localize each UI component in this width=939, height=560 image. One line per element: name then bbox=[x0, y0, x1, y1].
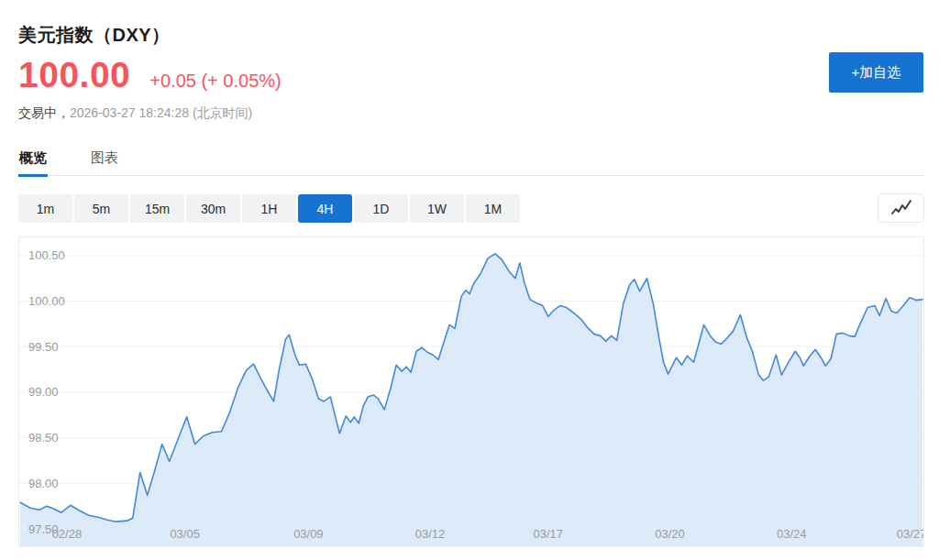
interval-4H-button[interactable]: 4H bbox=[298, 194, 352, 223]
tab-overview[interactable]: 概览 bbox=[18, 147, 48, 175]
svg-text:03/05: 03/05 bbox=[170, 527, 199, 541]
interval-1H-button[interactable]: 1H bbox=[242, 194, 296, 223]
svg-text:03/27: 03/27 bbox=[897, 527, 923, 541]
svg-text:98.00: 98.00 bbox=[28, 477, 58, 490]
line-chart-icon bbox=[889, 198, 914, 218]
quote-timestamp: 2026-03-27 18:24:28 (北京时间) bbox=[70, 105, 252, 120]
current-price: 100.00 bbox=[18, 55, 130, 95]
trading-status-row: 交易中，2026-03-27 18:24:28 (北京时间) bbox=[18, 105, 252, 122]
interval-1m-button[interactable]: 1m bbox=[18, 194, 72, 223]
svg-text:99.50: 99.50 bbox=[28, 340, 58, 354]
svg-text:03/17: 03/17 bbox=[534, 527, 563, 541]
tab-bar: 概览图表 bbox=[18, 147, 924, 176]
price-row: 100.00 +0.05 (+ 0.05%) bbox=[18, 55, 282, 95]
interval-15m-button[interactable]: 15m bbox=[130, 194, 184, 223]
svg-text:03/09: 03/09 bbox=[293, 527, 323, 541]
price-area-chart[interactable]: 100.50100.0099.5099.0098.5098.0097.5002/… bbox=[18, 236, 924, 547]
svg-text:98.50: 98.50 bbox=[28, 431, 58, 445]
chart-type-button[interactable] bbox=[878, 193, 924, 223]
svg-text:02/28: 02/28 bbox=[52, 527, 82, 541]
interval-1M-button[interactable]: 1M bbox=[466, 194, 520, 223]
svg-text:03/12: 03/12 bbox=[415, 527, 445, 541]
page-title: 美元指数（DXY） bbox=[18, 23, 171, 48]
interval-1D-button[interactable]: 1D bbox=[354, 194, 408, 223]
svg-text:100.50: 100.50 bbox=[28, 248, 65, 262]
svg-text:03/24: 03/24 bbox=[777, 527, 806, 541]
interval-toolbar: 1m5m15m30m1H4H1D1W1M bbox=[18, 194, 520, 223]
interval-5m-button[interactable]: 5m bbox=[74, 194, 128, 223]
svg-text:99.00: 99.00 bbox=[28, 385, 58, 399]
svg-text:03/20: 03/20 bbox=[655, 527, 684, 541]
interval-1W-button[interactable]: 1W bbox=[410, 194, 464, 223]
add-watchlist-button[interactable]: +加自选 bbox=[829, 52, 923, 93]
trading-status: 交易中， bbox=[18, 105, 70, 120]
svg-text:100.00: 100.00 bbox=[28, 294, 65, 308]
interval-30m-button[interactable]: 30m bbox=[186, 194, 240, 223]
price-change: +0.05 (+ 0.05%) bbox=[149, 71, 281, 92]
tab-chart[interactable]: 图表 bbox=[90, 147, 119, 175]
